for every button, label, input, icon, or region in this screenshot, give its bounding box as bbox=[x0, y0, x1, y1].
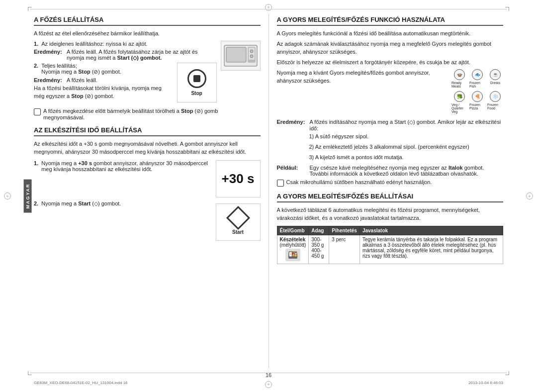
note-icon bbox=[34, 108, 41, 115]
note-line: A főzés megkezdése előtt bármelyik beáll… bbox=[34, 108, 261, 120]
note2-icon bbox=[277, 180, 284, 187]
note2-line: Csak mikrohullámú sütőben használható ed… bbox=[277, 179, 504, 187]
frozen-fish-icon: 🐟 bbox=[472, 69, 483, 80]
svg-point-4 bbox=[250, 55, 253, 58]
frozen-pizza-label: Frozen Pizza bbox=[469, 103, 485, 110]
step1-block: 1. Az ideiglenes leállításhoz: nyissa ki… bbox=[34, 41, 217, 47]
result1-text: A főzés leáll. A főzés folytatásához zár… bbox=[67, 49, 217, 61]
step2-start-section: Start 2. Nyomja meg a Start (◇) gombot. bbox=[34, 200, 261, 241]
list-item-1: 1) A sütő négyszer sípol. bbox=[309, 133, 504, 141]
section3-para1: Az adagok számának kiválasztásához nyomj… bbox=[277, 40, 504, 56]
icon-drinks: ☕ Drinks bbox=[487, 69, 503, 88]
step1-plus30-number: 1. bbox=[34, 160, 38, 166]
plus30-section: +30 s 1. Nyomja meg a +30 s gombot annyi… bbox=[34, 160, 261, 200]
corner-top-left bbox=[28, 7, 32, 11]
table-header: Étel/Gomb Adag Pihentetés Javaslatok bbox=[277, 226, 503, 235]
result2-extra: Ha a főzési beállításokat törölni kívánj… bbox=[34, 85, 261, 100]
svg-rect-1 bbox=[226, 47, 246, 62]
step2-number: 2. bbox=[34, 63, 38, 69]
table-body: Készételek (mélyhűtött) 🍱 300-350 g400-4… bbox=[277, 235, 503, 264]
col-food: Étel/Gomb bbox=[277, 226, 309, 235]
section-fozes-leallitasa: A FŐZÉS LEÁLLÍTÁSA A főzést az étel elle… bbox=[34, 16, 261, 120]
icon-ready-meals: 🍲 Ready Meals bbox=[451, 69, 467, 88]
frozen-food-icon: ❄️ bbox=[490, 91, 501, 102]
result1-line: Eredmény: A főzés leáll. A főzés folytat… bbox=[34, 49, 217, 61]
section1-intro: A főzést az étel ellenőrzéséhez bármikor… bbox=[34, 30, 261, 38]
pihentet-cell: 3 perc bbox=[329, 235, 360, 264]
step1-number: 1. bbox=[34, 41, 38, 47]
left-column: A FŐZÉS LEÁLLÍTÁSA A főzést az étel elle… bbox=[34, 14, 269, 368]
icon-veg: 🥦 Veg / Quarter Veg bbox=[451, 91, 467, 113]
stop-button-illustration: Stop bbox=[177, 63, 217, 102]
step2-block: 2. Teljes leállítás; Nyomja meg a Stop (… bbox=[34, 63, 173, 75]
food-subname: (mélyhűtött) bbox=[280, 242, 306, 248]
food-name-cell: Készételek (mélyhűtött) 🍱 bbox=[277, 235, 309, 264]
food-table: Étel/Gomb Adag Pihentetés Javaslatok Kés… bbox=[277, 226, 504, 264]
table-row: Készételek (mélyhűtött) 🍱 300-350 g400-4… bbox=[277, 235, 503, 264]
footer-right: 2013-10-04 6:46:03 bbox=[468, 381, 503, 385]
reg-mark-right bbox=[526, 193, 533, 199]
quick-heat-icons-row2: 🥦 Veg / Quarter Veg 🍕 Frozen Pizza ❄️ Fr… bbox=[451, 91, 503, 113]
ready-meals-label: Ready Meals bbox=[451, 81, 467, 88]
adag-cell: 300-350 g400-450 g bbox=[309, 235, 329, 264]
reg-mark-left bbox=[4, 193, 11, 199]
microwave-image bbox=[221, 41, 261, 71]
main-content: A FŐZÉS LEÁLLÍTÁSA A főzést az étel elle… bbox=[34, 14, 503, 368]
example-label: Például: bbox=[277, 165, 308, 177]
drinks-label: Drinks bbox=[490, 81, 500, 85]
list-item-3: 3) A kijelző ismét a pontos időt mutatja… bbox=[309, 154, 504, 162]
start-icon bbox=[226, 206, 250, 230]
section3-heading: A GYORS MELEGÍTÉS/FŐZÉS FUNKCIÓ HASZNÁLA… bbox=[277, 16, 504, 26]
food-icon: 🍱 bbox=[285, 249, 300, 261]
corner-bottom-left bbox=[28, 371, 32, 375]
frozen-food-label: Frozen Food bbox=[487, 103, 503, 110]
stop-label: Stop bbox=[191, 91, 202, 96]
icon-frozen-food: ❄️ Frozen Food bbox=[487, 91, 503, 113]
page-number: 16 bbox=[266, 372, 271, 378]
quick-heat-icons: 🍲 Ready Meals 🐟 Frozen Fish ☕ Drinks bbox=[451, 69, 503, 88]
step2-start-number: 2. bbox=[34, 200, 38, 206]
reg-mark-top bbox=[265, 4, 272, 11]
footer-left: GE83M_XEO-DE68-04151E-02_HU_131004.indd … bbox=[34, 381, 128, 385]
sidebar-language-label: MAGYAR bbox=[24, 179, 32, 212]
note2-text: Csak mikrohullámú sütőben használható ed… bbox=[286, 179, 432, 187]
result2-label: Eredmény: bbox=[34, 77, 65, 83]
step2-start-text: Nyomja meg a Start (◇) gombot. bbox=[41, 200, 215, 207]
drinks-icon: ☕ bbox=[490, 69, 501, 80]
stop-icon bbox=[187, 69, 206, 88]
quick-heat-block: 🍲 Ready Meals 🐟 Frozen Fish ☕ Drinks 🥦 bbox=[277, 69, 504, 116]
example-line: Például: Egy csésze kávé melegítéséhez n… bbox=[277, 165, 504, 177]
section-gyors-melegites-beallitasai: A GYORS MELEGÍTÉS/FŐZÉS BEÁLLÍTÁSAI A kö… bbox=[277, 193, 504, 265]
section-elkeszitesi-ido: AZ ELKÉSZÍTÉSI IDŐ BEÁLLÍTÁSA Az elkészí… bbox=[34, 126, 261, 241]
food-name: Készételek bbox=[280, 237, 306, 242]
section1-heading: A FŐZÉS LEÁLLÍTÁSA bbox=[34, 16, 261, 26]
section4-heading: A GYORS MELEGÍTÉS/FŐZÉS BEÁLLÍTÁSAI bbox=[277, 193, 504, 202]
ready-meals-icon: 🍲 bbox=[454, 69, 465, 80]
plus30-text: +30 s bbox=[222, 172, 255, 185]
result3-line: Eredmény: A főzés indításához nyomja meg… bbox=[277, 119, 504, 131]
step1-plus30-text: Nyomja meg a +30 s gombot annyiszor, ahá… bbox=[41, 160, 210, 172]
result2-text: A főzés leáll. bbox=[67, 77, 97, 83]
page-footer: GE83M_XEO-DE68-04151E-02_HU_131004.indd … bbox=[34, 381, 503, 385]
section4-intro: A következő táblázat 6 automatikus meleg… bbox=[277, 206, 504, 222]
veg-icon: 🥦 bbox=[454, 91, 465, 102]
section2-intro: Az elkészítési időt a +30 s gomb megnyom… bbox=[34, 140, 261, 156]
start-ref: Start (◇) gombot. bbox=[117, 55, 162, 61]
list-item-2: 2) Az emlékeztető jelzés 3 alkalommal sí… bbox=[309, 143, 504, 151]
col-pihentet: Pihentetés bbox=[329, 226, 360, 235]
result2-line: Eredmény: A főzés leáll. bbox=[34, 77, 173, 83]
example-text: Egy csésze kávé melegítéséhez nyomja meg… bbox=[310, 165, 504, 177]
section2-heading: AZ ELKÉSZÍTÉSI IDŐ BEÁLLÍTÁSA bbox=[34, 126, 261, 136]
section3-para2: Először is helyezze az élelmiszert a for… bbox=[277, 59, 504, 67]
javaslat-cell: Tegye kerámia tányérba és takarja le fol… bbox=[359, 235, 503, 264]
right-column: A GYORS MELEGÍTÉS/FŐZÉS FUNKCIÓ HASZNÁLA… bbox=[269, 14, 504, 368]
step2-start-block: 2. Nyomja meg a Start (◇) gombot. bbox=[34, 200, 216, 207]
plus30-illustration: +30 s bbox=[216, 160, 261, 197]
col-adag: Adag bbox=[309, 226, 329, 235]
top-border-line bbox=[30, 9, 507, 9]
col-javaslat: Javaslatok bbox=[359, 226, 503, 235]
veg-label: Veg / Quarter Veg bbox=[451, 103, 467, 113]
start-illustration: Start bbox=[216, 203, 261, 241]
section3-intro: A Gyors melegítés funkciónál a főzési id… bbox=[277, 30, 504, 38]
svg-point-3 bbox=[250, 50, 253, 53]
